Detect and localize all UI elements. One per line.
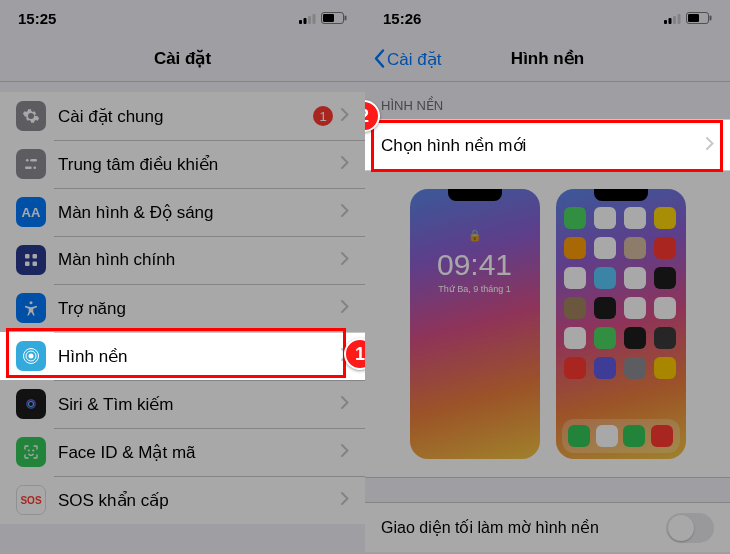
signal-icon [299, 13, 316, 24]
status-bar: 15:26 [365, 0, 730, 36]
svg-rect-30 [710, 16, 712, 21]
svg-rect-3 [313, 14, 316, 24]
row-label: Hình nền [58, 346, 341, 367]
row-label: Cài đặt chung [58, 106, 313, 127]
chevron-right-icon [341, 395, 349, 413]
svg-rect-14 [33, 262, 38, 267]
row-label: Face ID & Mật mã [58, 442, 341, 463]
choose-new-wallpaper[interactable]: Chọn hình nền mới [365, 119, 730, 171]
svg-rect-6 [345, 16, 347, 21]
svg-rect-26 [673, 16, 676, 24]
wallpaper-previews: 🔒 09:41 Thứ Ba, 9 tháng 1 [365, 171, 730, 477]
chevron-right-icon [341, 299, 349, 317]
svg-rect-1 [304, 18, 307, 24]
chevron-right-icon [341, 203, 349, 221]
notification-badge: 1 [313, 106, 333, 126]
page-title: Hình nền [511, 48, 584, 69]
status-indicators [299, 12, 347, 24]
svg-rect-11 [25, 254, 30, 259]
lockscreen-preview[interactable]: 🔒 09:41 Thứ Ba, 9 tháng 1 [410, 189, 540, 459]
settings-list: Cài đặt chung 1 Trung tâm điều khiển AA … [0, 92, 365, 524]
row-faceid[interactable]: Face ID & Mật mã [0, 428, 365, 476]
row-label: Trợ năng [58, 298, 341, 319]
svg-point-22 [28, 450, 29, 451]
sos-icon: SOS [16, 485, 46, 515]
chevron-right-icon [341, 491, 349, 509]
svg-point-7 [26, 159, 29, 162]
signal-icon [664, 13, 681, 24]
svg-rect-2 [308, 16, 311, 24]
row-siri[interactable]: Siri & Tìm kiếm [0, 380, 365, 428]
svg-rect-13 [25, 262, 30, 267]
wallpaper-icon [16, 341, 46, 371]
settings-list-screen: 15:25 Cài đặt Cài đặt chung 1 [0, 0, 365, 554]
accessibility-icon [16, 293, 46, 323]
svg-rect-12 [33, 254, 38, 259]
chevron-right-icon [706, 135, 714, 155]
lock-time: 09:41 [410, 248, 540, 282]
row-accessibility[interactable]: Trợ năng [0, 284, 365, 332]
row-label: Màn hình & Độ sáng [58, 202, 341, 223]
svg-rect-10 [25, 166, 32, 169]
row-wallpaper[interactable]: Hình nền [0, 332, 365, 380]
display-brightness-icon: AA [16, 197, 46, 227]
svg-point-19 [24, 397, 39, 412]
svg-rect-25 [669, 18, 672, 24]
header: Cài đặt Hình nền [365, 36, 730, 82]
homescreen-preview[interactable] [556, 189, 686, 459]
battery-icon [321, 12, 347, 24]
row-sos[interactable]: SOS SOS khẩn cấp [0, 476, 365, 524]
back-button[interactable]: Cài đặt [373, 48, 441, 69]
row-home-screen[interactable]: Màn hình chính [0, 236, 365, 284]
status-bar: 15:25 [0, 0, 365, 36]
row-label: Siri & Tìm kiếm [58, 394, 341, 415]
svg-point-23 [33, 450, 34, 451]
faceid-icon [16, 437, 46, 467]
page-title: Cài đặt [154, 48, 211, 69]
siri-icon [16, 389, 46, 419]
choose-label: Chọn hình nền mới [381, 135, 706, 156]
lock-icon: 🔒 [410, 229, 540, 242]
chevron-right-icon [341, 251, 349, 269]
status-time: 15:25 [18, 10, 56, 27]
gear-icon [16, 101, 46, 131]
dark-dim-wallpaper-row: Giao diện tối làm mờ hình nền [365, 502, 730, 552]
header: Cài đặt [0, 36, 365, 82]
control-center-icon [16, 149, 46, 179]
row-general[interactable]: Cài đặt chung 1 [0, 92, 365, 140]
lock-date: Thứ Ba, 9 tháng 1 [410, 284, 540, 294]
status-time: 15:26 [383, 10, 421, 27]
svg-rect-29 [688, 14, 699, 22]
svg-rect-24 [664, 20, 667, 24]
row-control-center[interactable]: Trung tâm điều khiển [0, 140, 365, 188]
chevron-right-icon [341, 443, 349, 461]
dark-dim-label: Giao diện tối làm mờ hình nền [381, 518, 599, 537]
battery-icon [686, 12, 712, 24]
svg-rect-27 [678, 14, 681, 24]
svg-rect-5 [323, 14, 334, 22]
row-label: Màn hình chính [58, 250, 341, 270]
chevron-right-icon [341, 155, 349, 173]
svg-point-9 [33, 166, 36, 169]
status-indicators [664, 12, 712, 24]
svg-point-16 [29, 354, 34, 359]
svg-rect-0 [299, 20, 302, 24]
row-label: SOS khẩn cấp [58, 490, 341, 511]
section-header: HÌNH NỀN [365, 82, 730, 119]
dark-dim-toggle[interactable] [666, 513, 714, 543]
chevron-right-icon [341, 107, 349, 125]
svg-point-15 [30, 301, 33, 304]
row-label: Trung tâm điều khiển [58, 154, 341, 175]
row-display[interactable]: AA Màn hình & Độ sáng [0, 188, 365, 236]
wallpaper-settings-screen: 15:26 Cài đặt Hình nền HÌNH NỀN Chọn hìn… [365, 0, 730, 554]
home-screen-icon [16, 245, 46, 275]
back-label: Cài đặt [387, 48, 441, 69]
svg-rect-8 [30, 159, 37, 162]
